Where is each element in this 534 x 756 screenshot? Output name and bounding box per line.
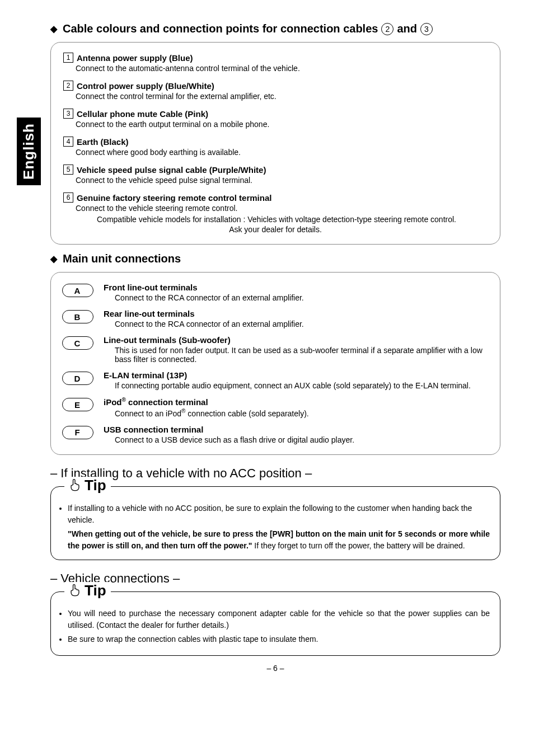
tip-text-1: If installing to a vehicle with no ACC p… [61,503,490,552]
numbox-6: 6 [63,192,73,203]
capsule-d: D [62,372,93,385]
conn-title-d: E-LAN terminal (13P) [104,370,471,380]
tip1-warning: "When getting out of the vehicle, be sur… [68,528,490,552]
conn-title-e: iPod® connection terminal [104,397,309,407]
numbox-3: 3 [63,109,73,119]
conn-row-e: E iPod® connection terminalConnect to an… [62,397,488,418]
conn-desc-a: Connect to the RCA connector of an exter… [115,293,304,302]
tip2-bullet2: Be sure to wrap the connection cables wi… [68,633,490,645]
numbox-4: 4 [63,137,73,147]
cable-item-6: 6Genuine factory steering remote control… [63,192,488,213]
conn-desc-f: Connect to a USB device such as a flash … [115,435,354,444]
section1-title: Cable colours and connection points for … [50,22,500,35]
tip-box-2: Tip You will need to purchase the necess… [50,591,500,656]
tip-text-2: You will need to purchase the necessary … [61,608,490,645]
conn-row-f: F USB connection terminalConnect to a US… [62,425,488,444]
cable-title-3: Cellular phone mute Cable (Pink) [77,109,208,119]
cable-title-2: Control power supply (Blue/White) [77,81,214,91]
cable-item-1: 1Antenna power supply (Blue) Connect to … [63,53,488,73]
circled-2-icon: 2 [381,23,394,35]
conn-title-b: Rear line-out terminals [104,309,304,318]
conn-title-a: Front line-out terminals [104,283,304,292]
numbox-5: 5 [63,165,73,175]
section1-title-and: and [397,22,417,35]
capsule-e: E [62,398,93,411]
language-tab: English [17,118,41,185]
tip2-bullet1: You will need to purchase the necessary … [68,608,490,631]
cable-title-1: Antenna power supply (Blue) [77,53,193,63]
numbox-1: 1 [63,53,73,63]
conn-row-b: B Rear line-out terminalsConnect to the … [62,309,488,328]
sub-heading-acc: – If installing to a vehicle with no ACC… [50,466,500,481]
page-content: Cable colours and connection points for … [50,22,500,673]
compat-line1: Compatible vehicle models for installati… [97,215,488,224]
section2-title: Main unit connections [50,252,500,265]
cable-item-5: 5Vehicle speed pulse signal cable (Purpl… [63,165,488,185]
main-unit-box: A Front line-out terminalsConnect to the… [50,272,500,455]
hand-pointer-icon [69,478,81,492]
tip-label-2: Tip [85,582,106,599]
conn-title-f: USB connection terminal [104,425,354,434]
hand-pointer-icon [69,583,81,598]
cable-desc-1: Connect to the automatic-antenna control… [76,64,488,73]
capsule-a: A [62,284,93,297]
tip-legend-2: Tip [64,582,111,599]
cable-title-6: Genuine factory steering remote control … [77,193,271,203]
conn-desc-c: This is used for non fader output. It ca… [115,346,488,364]
conn-desc-b: Connect to the RCA connector of an exter… [115,320,304,328]
conn-row-c: C Line-out terminals (Sub-woofer)This is… [62,335,488,364]
tip1-bullet1: If installing to a vehicle with no ACC p… [68,503,490,526]
numbox-2: 2 [63,81,73,91]
conn-title-c: Line-out terminals (Sub-woofer) [104,335,488,345]
cable-desc-3: Connect to the earth output terminal on … [76,120,488,129]
cable-item-3: 3Cellular phone mute Cable (Pink) Connec… [63,109,488,129]
capsule-f: F [62,426,93,439]
cable-item-4: 4Earth (Black) Connect where good body e… [63,137,488,157]
cable-title-4: Earth (Black) [77,137,129,147]
cable-desc-5: Connect to the vehicle speed pulse signa… [76,176,488,185]
circled-3-icon: 3 [420,23,433,35]
cable-desc-6: Connect to the vehicle steering remote c… [76,204,488,213]
conn-desc-e: Connect to an iPod® connection cable (so… [115,408,309,418]
conn-desc-d: If connecting portable audio equipment, … [115,381,471,390]
capsule-c: C [62,336,93,350]
section1-title-prefix: Cable colours and connection points for … [63,22,378,35]
tip-box-1: Tip If installing to a vehicle with no A… [50,486,500,560]
sub-heading-vehicle: – Vehicle connections – [50,571,500,586]
cable-desc-4: Connect where good body earthing is avai… [76,148,488,157]
compat-line2: Ask your dealer for details. [63,225,488,234]
tip-legend-1: Tip [64,477,111,494]
page-number: – 6 – [50,664,500,673]
cable-desc-2: Connect the control terminal for the ext… [76,92,488,101]
cable-title-5: Vehicle speed pulse signal cable (Purple… [77,165,266,175]
conn-row-a: A Front line-out terminalsConnect to the… [62,283,488,302]
cable-item-2: 2Control power supply (Blue/White) Conne… [63,81,488,101]
cable-box: 1Antenna power supply (Blue) Connect to … [50,42,500,245]
tip-label-1: Tip [85,477,106,494]
capsule-b: B [62,310,93,323]
conn-row-d: D E-LAN terminal (13P)If connecting port… [62,370,488,390]
